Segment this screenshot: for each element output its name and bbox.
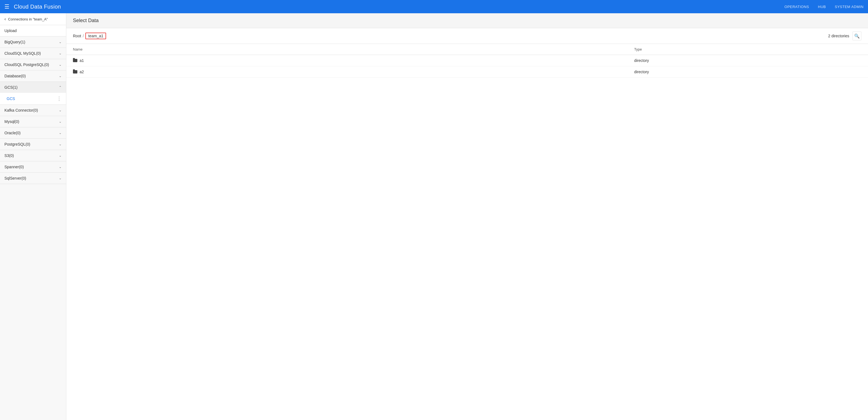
breadcrumb: Root / team_a1	[73, 33, 106, 39]
sidebar-section-cloudsql-mysql: CloudSQL MySQL(0) ⌄	[0, 48, 66, 59]
sidebar-section-header-s3[interactable]: S3(0) ⌄	[0, 150, 66, 161]
breadcrumb-current[interactable]: team_a1	[85, 33, 106, 39]
sidebar-section-spanner: Spanner(0) ⌄	[0, 161, 66, 173]
sidebar-section-label-database: Database(0)	[4, 74, 26, 78]
more-options-icon[interactable]: ⋮	[57, 96, 62, 102]
table-cell-type-a1: directory	[627, 55, 868, 66]
file-name-a2: a2	[80, 70, 84, 74]
sidebar-section-label-s3: S3(0)	[4, 153, 14, 158]
chevron-down-icon: ⌄	[59, 51, 62, 55]
sidebar-section-kafka: Kafka Connector(0) ⌄	[0, 105, 66, 116]
chevron-down-icon: ⌄	[59, 142, 62, 146]
sidebar-section-header-kafka[interactable]: Kafka Connector(0) ⌄	[0, 105, 66, 116]
sidebar-upload-button[interactable]: Upload	[0, 25, 66, 36]
search-button[interactable]: 🔍	[852, 31, 861, 40]
breadcrumb-separator: /	[83, 34, 84, 38]
sidebar-section-gcs: GCS(1) ⌃ GCS ⋮	[0, 82, 66, 105]
directories-count: 2 directories	[828, 34, 849, 38]
breadcrumb-right: 2 directories 🔍	[828, 31, 861, 40]
chevron-down-icon: ⌄	[59, 74, 62, 78]
chevron-down-icon: ⌄	[59, 176, 62, 180]
sidebar-section-label-gcs: GCS(1)	[4, 85, 18, 90]
select-data-header: Select Data	[66, 13, 868, 28]
sidebar-section-label-sqlserver: SqlServer(0)	[4, 176, 26, 180]
table-row[interactable]: a1 directory	[66, 55, 868, 66]
sidebar-section-header-gcs[interactable]: GCS(1) ⌃	[0, 82, 66, 93]
sidebar-section-postgresql: PostgreSQL(0) ⌄	[0, 139, 66, 150]
app-logo: Cloud Data Fusion	[14, 4, 784, 10]
sidebar-section-oracle: Oracle(0) ⌄	[0, 127, 66, 139]
sidebar-section-label-cloudsql-mysql: CloudSQL MySQL(0)	[4, 51, 41, 56]
sidebar-section-header-mysql[interactable]: Mysql(0) ⌄	[0, 116, 66, 127]
nav-operations[interactable]: OPERATIONS	[784, 5, 809, 9]
col-header-name: Name	[66, 44, 627, 55]
chevron-down-icon: ⌄	[59, 165, 62, 169]
back-arrow-icon: ‹	[4, 17, 6, 22]
sidebar-section-label-oracle: Oracle(0)	[4, 131, 21, 135]
sidebar-section-database: Database(0) ⌄	[0, 70, 66, 82]
sidebar: ‹ Connections in "team_A" Upload BigQuer…	[0, 13, 66, 420]
table-cell-type-a2: directory	[627, 66, 868, 78]
sidebar-section-header-sqlserver[interactable]: SqlServer(0) ⌄	[0, 173, 66, 184]
main-layout: ‹ Connections in "team_A" Upload BigQuer…	[0, 13, 868, 420]
file-table: Name Type a1 directory	[66, 44, 868, 78]
sidebar-section-label-cloudsql-postgresql: CloudSQL PostgreSQL(0)	[4, 62, 49, 67]
chevron-down-icon: ⌄	[59, 40, 62, 44]
sidebar-section-label-kafka: Kafka Connector(0)	[4, 108, 38, 113]
sidebar-section-header-spanner[interactable]: Spanner(0) ⌄	[0, 161, 66, 173]
breadcrumb-bar: Root / team_a1 2 directories 🔍	[66, 28, 868, 44]
sidebar-section-label-bigquery: BigQuery(1)	[4, 40, 25, 44]
chevron-down-icon: ⌄	[59, 63, 62, 67]
sidebar-back-button[interactable]: ‹ Connections in "team_A"	[0, 13, 66, 25]
sidebar-section-header-cloudsql-mysql[interactable]: CloudSQL MySQL(0) ⌄	[0, 48, 66, 59]
chevron-down-icon: ⌄	[59, 154, 62, 157]
sidebar-section-header-database[interactable]: Database(0) ⌄	[0, 70, 66, 82]
nav-hub[interactable]: HUB	[818, 5, 826, 9]
sidebar-section-label-postgresql: PostgreSQL(0)	[4, 142, 30, 146]
sidebar-section-label-mysql: Mysql(0)	[4, 119, 19, 124]
sidebar-section-label-spanner: Spanner(0)	[4, 165, 24, 169]
sidebar-section-header-postgresql[interactable]: PostgreSQL(0) ⌄	[0, 139, 66, 150]
hamburger-icon[interactable]: ☰	[4, 3, 9, 10]
sidebar-section-s3: S3(0) ⌄	[0, 150, 66, 161]
nav-system-admin[interactable]: SYSTEM ADMIN	[835, 5, 864, 9]
sidebar-section-header-oracle[interactable]: Oracle(0) ⌄	[0, 127, 66, 139]
search-icon: 🔍	[854, 33, 860, 39]
breadcrumb-root[interactable]: Root	[73, 34, 81, 38]
nav-links: OPERATIONS HUB SYSTEM ADMIN	[784, 5, 864, 9]
sidebar-item-gcs-label: GCS	[7, 96, 15, 101]
sidebar-section-mysql: Mysql(0) ⌄	[0, 116, 66, 127]
folder-icon	[73, 59, 78, 62]
sidebar-section-sqlserver: SqlServer(0) ⌄	[0, 173, 66, 184]
col-header-type: Type	[627, 44, 868, 55]
file-name-a1: a1	[80, 58, 84, 63]
sidebar-section-header-cloudsql-postgresql[interactable]: CloudSQL PostgreSQL(0) ⌄	[0, 59, 66, 70]
table-cell-name-a1: a1	[66, 55, 627, 66]
chevron-down-icon: ⌄	[59, 120, 62, 123]
table-row[interactable]: a2 directory	[66, 66, 868, 78]
sidebar-section-header-bigquery[interactable]: BigQuery(1) ⌄	[0, 36, 66, 48]
table-cell-name-a2: a2	[66, 66, 627, 78]
table-header-row: Name Type	[66, 44, 868, 55]
folder-icon	[73, 70, 78, 73]
sidebar-back-label: Connections in "team_A"	[8, 17, 48, 21]
chevron-down-icon: ⌄	[59, 131, 62, 135]
page-title: Select Data	[73, 18, 861, 24]
sidebar-section-cloudsql-postgresql: CloudSQL PostgreSQL(0) ⌄	[0, 59, 66, 70]
sidebar-section-bigquery: BigQuery(1) ⌄	[0, 36, 66, 48]
top-nav: ☰ Cloud Data Fusion OPERATIONS HUB SYSTE…	[0, 0, 868, 13]
sidebar-item-gcs[interactable]: GCS ⋮	[0, 93, 66, 104]
chevron-down-icon: ⌄	[59, 108, 62, 112]
chevron-up-icon: ⌃	[59, 85, 62, 89]
main-content: Select Data Root / team_a1 2 directories…	[66, 13, 868, 420]
